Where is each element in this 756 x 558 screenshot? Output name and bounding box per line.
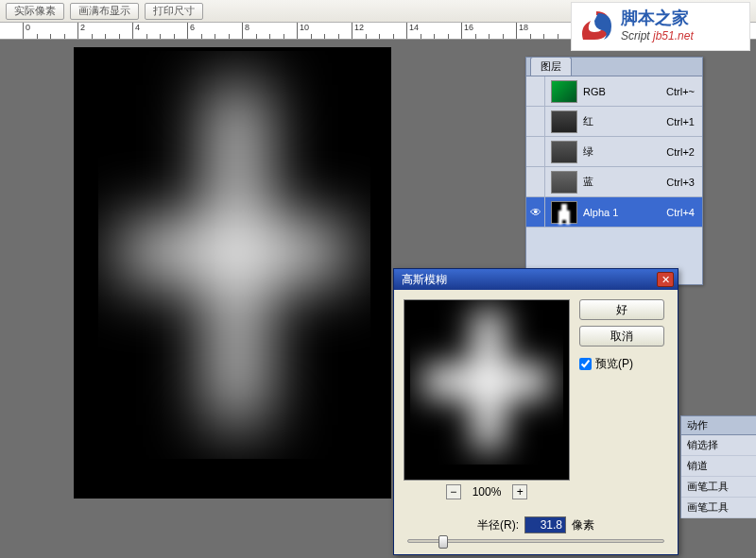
radius-input[interactable] [524, 516, 566, 533]
radius-slider-thumb[interactable] [438, 535, 448, 549]
radius-unit: 像素 [572, 517, 594, 533]
btn-fit-screen[interactable]: 画满布显示 [70, 3, 139, 20]
visibility-eye-icon[interactable] [526, 76, 545, 106]
channel-thumbnail [551, 201, 577, 224]
logo-icon [577, 8, 615, 45]
preview-checkbox-row[interactable]: 预览(P) [579, 356, 664, 372]
ruler-tick: 4 [132, 23, 140, 40]
channel-name: 蓝 [583, 175, 666, 189]
dialog-title: 高斯模糊 [402, 272, 447, 288]
tab-layers[interactable]: 图层 [530, 57, 572, 76]
channel-shortcut: Ctrl+~ [666, 86, 702, 97]
panel-header-actions[interactable]: 动作 [681, 415, 756, 435]
preview-label: 预览(P) [595, 356, 633, 372]
channel-shortcut: Ctrl+1 [666, 116, 702, 127]
channel-row[interactable]: 👁Alpha 1Ctrl+4 [526, 197, 702, 228]
right-docked-panels: 动作 销选择 销道 画笔工具 画笔工具 [680, 415, 756, 518]
channel-shortcut: Ctrl+2 [666, 146, 702, 158]
dialog-titlebar[interactable]: 高斯模糊 ✕ [394, 269, 678, 290]
canvas[interactable] [74, 47, 391, 499]
ruler-tick: 14 [406, 23, 419, 40]
ruler-tick: 16 [461, 23, 473, 40]
channel-row[interactable]: 红Ctrl+1 [526, 107, 702, 137]
channel-name: RGB [583, 86, 666, 97]
ruler-tick: 6 [187, 23, 195, 40]
zoom-in-button[interactable]: + [512, 484, 527, 499]
visibility-eye-icon[interactable]: 👁 [526, 197, 545, 227]
channel-row[interactable]: 蓝Ctrl+3 [526, 167, 702, 197]
visibility-eye-icon[interactable] [526, 167, 545, 196]
blur-preview[interactable] [404, 299, 570, 481]
visibility-eye-icon[interactable] [526, 137, 545, 166]
channel-shortcut: Ctrl+4 [666, 207, 702, 218]
channel-row[interactable]: 绿Ctrl+2 [526, 137, 702, 167]
gaussian-blur-dialog: 高斯模糊 ✕ − 100% + 好 [393, 268, 679, 555]
ruler-tick: 0 [23, 23, 30, 40]
btn-actual-pixels[interactable]: 实际像素 [6, 3, 64, 20]
channel-name: 红 [583, 114, 666, 128]
visibility-eye-icon[interactable] [526, 107, 545, 136]
channel-shortcut: Ctrl+3 [666, 177, 702, 188]
cancel-button[interactable]: 取消 [579, 326, 664, 347]
ruler-tick: 12 [352, 23, 364, 40]
channel-thumbnail [551, 110, 577, 133]
svg-rect-5 [423, 365, 550, 397]
channel-thumbnail [551, 171, 577, 194]
ruler-tick: 8 [242, 23, 249, 40]
preview-checkbox[interactable] [579, 358, 592, 370]
radius-label: 半径(R): [477, 517, 519, 533]
ruler-tick: 2 [77, 23, 85, 40]
panel-item[interactable]: 画笔工具 [681, 498, 756, 518]
watermark-logo: 脚本之家 Script jb51.net [571, 2, 750, 51]
logo-subtitle: Script jb51.net [621, 28, 694, 42]
channels-panel: 图层 RGBCtrl+~红Ctrl+1绿Ctrl+2蓝Ctrl+3👁Alpha … [525, 57, 703, 285]
panel-item[interactable]: 画笔工具 [681, 477, 756, 498]
zoom-out-button[interactable]: − [446, 484, 461, 499]
btn-print-size[interactable]: 打印尺寸 [145, 3, 203, 20]
channel-row[interactable]: RGBCtrl+~ [526, 76, 702, 107]
panel-item[interactable]: 销选择 [681, 435, 756, 456]
channel-thumbnail [551, 80, 577, 103]
ruler-tick: 10 [297, 23, 309, 40]
channel-name: 绿 [583, 144, 666, 159]
ok-button[interactable]: 好 [579, 299, 664, 320]
svg-rect-2 [121, 227, 348, 278]
logo-title: 脚本之家 [621, 9, 694, 28]
panel-item[interactable]: 销道 [681, 456, 756, 477]
channel-name: Alpha 1 [583, 207, 666, 218]
radius-slider[interactable] [407, 539, 664, 543]
close-icon[interactable]: ✕ [657, 272, 674, 287]
zoom-value: 100% [472, 485, 502, 499]
channel-thumbnail [551, 141, 577, 163]
ruler-tick: 18 [516, 23, 528, 40]
